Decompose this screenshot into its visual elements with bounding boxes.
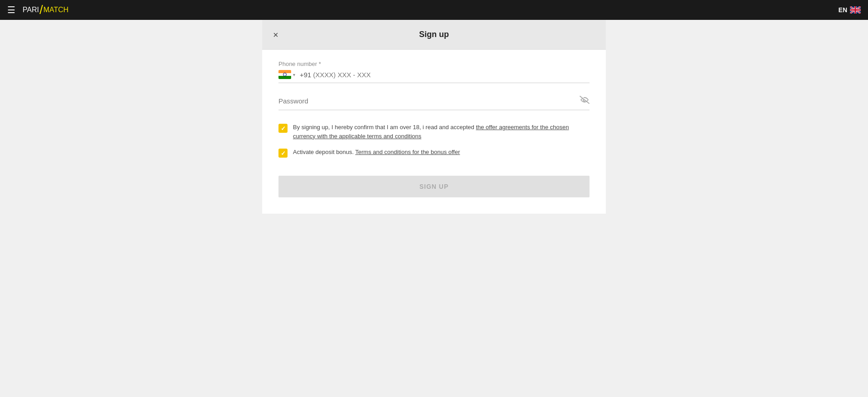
logo[interactable]: PARI/MATCH — [23, 3, 69, 17]
india-flag-icon — [278, 70, 291, 79]
close-button[interactable]: × — [273, 30, 278, 39]
password-row — [278, 96, 590, 110]
chevron-down-icon: ▾ — [293, 72, 295, 77]
bonus-checkbox-wrapper: ✓ — [278, 149, 288, 158]
lang-label: EN — [839, 6, 847, 14]
terms-checkbox-wrapper: ✓ — [278, 124, 288, 133]
nav-right: EN — [839, 6, 861, 14]
main-content: × Sign up Phone number * ▾ — [0, 20, 868, 397]
signup-body: Phone number * ▾ +91 — [262, 50, 606, 214]
signup-button[interactable]: SIGN UP — [278, 176, 590, 197]
phone-field-group: Phone number * ▾ +91 — [278, 61, 590, 83]
terms-checkbox-label: By signing up, I hereby confirm that I a… — [293, 123, 590, 140]
check-mark-icon-2: ✓ — [281, 150, 286, 156]
password-input[interactable] — [278, 97, 580, 105]
bonus-checkbox-group: ✓ Activate deposit bonus. Terms and cond… — [278, 148, 590, 158]
phone-input[interactable] — [313, 71, 590, 79]
nav-left: ☰ PARI/MATCH — [7, 3, 69, 17]
check-mark-icon: ✓ — [281, 126, 286, 131]
language-button[interactable]: EN — [839, 6, 861, 14]
country-code: +91 — [300, 71, 311, 79]
phone-label: Phone number * — [278, 61, 590, 67]
terms-checkbox-group: ✓ By signing up, I hereby confirm that I… — [278, 123, 590, 140]
bonus-checkbox-label: Activate deposit bonus. Terms and condit… — [293, 148, 460, 157]
signup-panel: × Sign up Phone number * ▾ — [262, 20, 606, 214]
terms-checkbox[interactable]: ✓ — [278, 124, 288, 133]
terms-text: By signing up, I hereby confirm that I a… — [293, 124, 476, 131]
bonus-text: Activate deposit bonus. — [293, 149, 355, 155]
phone-row: ▾ +91 — [278, 70, 590, 83]
hamburger-icon[interactable]: ☰ — [7, 5, 15, 15]
country-selector[interactable]: ▾ — [278, 70, 295, 79]
top-navigation: ☰ PARI/MATCH EN — [0, 0, 868, 20]
signup-title: Sign up — [419, 30, 449, 39]
bonus-link[interactable]: Terms and conditions for the bonus offer — [355, 149, 460, 155]
logo-match: MATCH — [43, 6, 69, 14]
uk-flag-icon — [850, 6, 861, 14]
bonus-checkbox[interactable]: ✓ — [278, 149, 288, 158]
password-field-group — [278, 96, 590, 110]
eye-hidden-icon[interactable] — [580, 96, 590, 106]
signup-header: × Sign up — [262, 20, 606, 50]
logo-pari: PARI — [23, 6, 39, 14]
logo-slash: / — [39, 3, 43, 17]
